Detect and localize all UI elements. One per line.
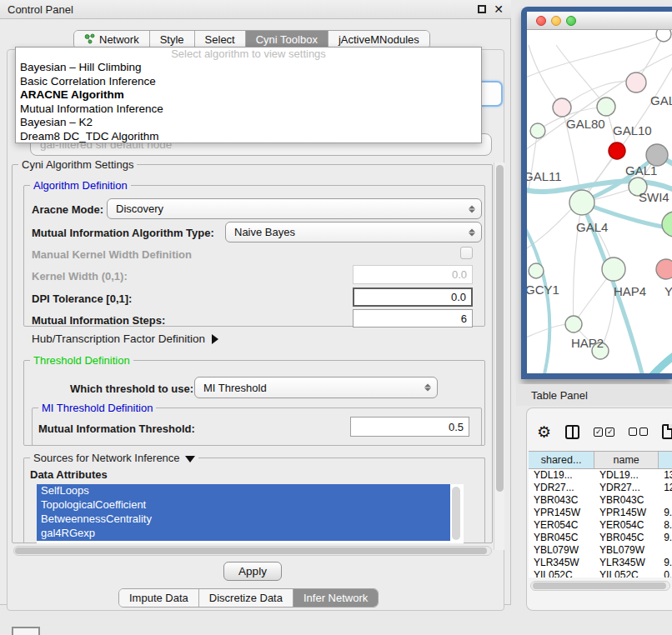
tab-select[interactable]: Select [195, 31, 246, 48]
gear-icon[interactable]: ⚙ [537, 423, 551, 440]
which-threshold-value: MI Threshold [203, 382, 267, 394]
checked-boxes-icon[interactable]: ✓✓ [594, 428, 614, 437]
dpi-tolerance-field[interactable]: 0.0 [353, 288, 473, 307]
node-partial-top[interactable] [656, 30, 671, 42]
node-gal11-label: GAL11 [527, 169, 562, 183]
mi-steps-field[interactable]: 6 [353, 309, 473, 328]
table-row[interactable]: YBR045CYBR045C9. [529, 532, 672, 544]
attribute-item[interactable]: TopologicalCoefficient [37, 498, 450, 512]
table-cell: YER054C [529, 519, 594, 532]
algorithm-option[interactable]: ARACNE Algorithm [16, 88, 481, 102]
tab-jactivemnodules[interactable]: jActiveMNodules [328, 31, 429, 48]
collapsed-panel-icon[interactable] [12, 627, 40, 635]
aracne-mode-combo[interactable]: Discovery [107, 198, 482, 219]
table-row[interactable]: YBR043CYBR043C [529, 494, 672, 507]
algorithm-option[interactable]: Bayesian – Hill Climbing [16, 61, 481, 75]
table-cell: YPR145W [594, 507, 659, 519]
algorithm-definition-title: Algorithm Definition [30, 179, 131, 192]
table-row[interactable]: YDL19...YDL19...13 [529, 469, 672, 482]
apply-button[interactable]: Apply [223, 562, 282, 581]
mi-threshold-group-title: MI Threshold Definition [38, 402, 156, 414]
node-hap2[interactable] [565, 316, 582, 332]
table-cell: YBR045C [594, 532, 659, 544]
algorithm-option[interactable]: Dream8 DC_TDC Algorithm [16, 130, 481, 144]
minimize-traffic-light-icon[interactable] [551, 16, 561, 26]
algorithm-option[interactable]: Mutual Information Inference [16, 102, 481, 117]
node-gal80[interactable] [553, 98, 571, 117]
document-icon[interactable] [662, 424, 672, 439]
node-red[interactable] [609, 142, 625, 159]
node-swi4[interactable] [662, 212, 672, 237]
which-threshold-combo[interactable]: MI Threshold [194, 377, 438, 398]
mi-algorithm-type-combo[interactable]: Naive Bayes [225, 222, 482, 242]
table-row[interactable]: YLR345WYLR345W9. [529, 557, 672, 569]
node-gal-cut[interactable] [626, 72, 646, 92]
table-cell: YPR145W [529, 507, 594, 519]
stepper-icon [469, 205, 475, 212]
settings-horizontal-scrollbar[interactable] [13, 546, 492, 556]
node-gcy1-label: GCY1 [527, 282, 559, 297]
zoom-traffic-light-icon[interactable] [566, 16, 576, 26]
sources-group-title[interactable]: Sources for Network Inference [30, 452, 198, 464]
network-window-titlebar [527, 12, 672, 30]
close-traffic-light-icon[interactable] [536, 16, 546, 26]
mi-algorithm-type-label: Mutual Information Algorithm Type: [32, 227, 214, 239]
hub-section-toggle[interactable]: Hub/Transcription Factor Definition [32, 332, 218, 345]
attributes-list-scrollbar[interactable] [452, 487, 460, 540]
node-gal10[interactable] [597, 98, 615, 116]
algorithm-dropdown-items: Bayesian – Hill ClimbingBasic Correlatio… [16, 61, 481, 143]
tab-style[interactable]: Style [150, 31, 195, 48]
table-row[interactable]: YBL079WYBL079W [529, 544, 672, 557]
float-icon[interactable] [478, 5, 486, 13]
dpi-tolerance-label: DPI Tolerance [0,1]: [32, 292, 132, 305]
table-row[interactable]: YIL052CYIL052C0. [529, 569, 672, 578]
settings-vertical-scrollbar[interactable] [494, 162, 504, 550]
table-cell [659, 544, 672, 557]
tab-discretize-data[interactable]: Discretize Data [199, 589, 293, 607]
table-cell: YBL079W [529, 544, 594, 557]
table-row[interactable]: YER054CYER054C8. [529, 519, 672, 532]
column-header-name[interactable]: name [594, 452, 659, 468]
kernel-width-field[interactable]: 0.0 [353, 265, 473, 284]
close-icon[interactable]: ✕ [494, 5, 504, 13]
manual-kernel-checkbox[interactable] [460, 247, 473, 259]
algorithm-option[interactable]: Bayesian – K2 [16, 116, 481, 130]
table-row[interactable]: YPR145WYPR145W9. [529, 507, 672, 519]
stepper-icon [424, 384, 431, 392]
table-horizontal-scrollbar[interactable] [530, 581, 670, 591]
tab-infer-network[interactable]: Infer Network [293, 589, 378, 607]
columns-icon[interactable] [565, 425, 579, 439]
attribute-item[interactable]: SelfLoops [37, 484, 450, 498]
attribute-item[interactable]: BetweennessCentrality [37, 512, 450, 527]
tab-label: jActiveMNodules [339, 33, 419, 46]
table-cell: YBR043C [529, 494, 594, 507]
table-cell: YBL079W [594, 544, 659, 557]
table-panel-window: ⚙ ✓✓ shared...name YDL19...YDL19...13YDR… [526, 408, 672, 611]
table-cell [659, 494, 672, 507]
tab-label: Style [160, 33, 184, 46]
tab-cyni-toolbox[interactable]: Cyni Toolbox [246, 31, 328, 48]
attribute-item[interactable]: gal4RGexp [37, 527, 450, 541]
table-cell: YDR27... [594, 482, 659, 494]
node-gal11[interactable] [530, 123, 545, 138]
node-hap4[interactable] [602, 258, 625, 281]
table-cell: YLR345W [594, 557, 659, 569]
table-row[interactable]: YDR27...YDR27...12 [529, 482, 672, 494]
node-gal4[interactable] [569, 190, 594, 215]
control-panel-titlebar: Control Panel ✕ [0, 0, 511, 19]
algorithm-option[interactable]: Basic Correlation Inference [16, 75, 481, 89]
network-icon [84, 33, 95, 47]
node-y-cut[interactable] [656, 259, 672, 279]
network-canvas[interactable]: GALGAL80GAL10GAL11GAL1GAL4SWI4GCY1HAP4YH… [527, 30, 672, 373]
node-table: shared...name YDL19...YDL19...13YDR27...… [529, 451, 672, 578]
mi-threshold-field[interactable]: 0.5 [350, 417, 469, 437]
manual-kernel-label: Manual Kernel Width Definition [32, 248, 192, 261]
table-cell: YER054C [594, 519, 659, 532]
tab-network[interactable]: Network [74, 31, 150, 48]
node-gcy1[interactable] [529, 263, 544, 278]
column-header-cut[interactable] [659, 452, 672, 468]
tab-impute-data[interactable]: Impute Data [119, 589, 199, 607]
unchecked-boxes-icon[interactable] [629, 428, 648, 436]
column-header-shared...[interactable]: shared... [529, 452, 594, 468]
data-attributes-label: Data Attributes [30, 468, 108, 481]
